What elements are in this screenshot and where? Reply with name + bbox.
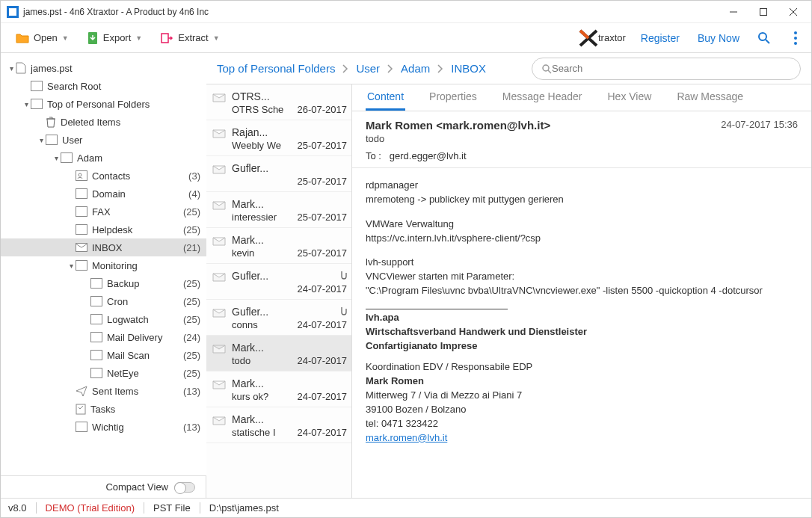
- open-folder-icon: [16, 32, 29, 44]
- message-preview: interessier: [232, 212, 277, 223]
- expand-icon[interactable]: ▾: [37, 136, 46, 144]
- message-item[interactable]: Mark...statische I24-07-2017: [206, 407, 351, 443]
- svg-line-31: [548, 70, 551, 73]
- message-item[interactable]: Rajan...Weebly We25-07-2017: [206, 120, 351, 156]
- compact-view-row: Compact View: [1, 475, 206, 498]
- tree-node[interactable]: Deleted Items: [1, 113, 206, 131]
- tree-label: Helpdesk: [92, 224, 177, 235]
- tree-node[interactable]: Tasks: [1, 400, 206, 418]
- tree-node[interactable]: Sent Items (13): [1, 382, 206, 400]
- svg-rect-26: [91, 351, 102, 360]
- extract-button[interactable]: Extract▼: [154, 29, 225, 47]
- extract-label: Extract: [178, 32, 208, 43]
- message-date: 24-07-2017: [298, 355, 348, 366]
- tree-label: Top of Personal Folders: [47, 99, 200, 110]
- message-preview: statische I: [232, 427, 276, 438]
- tree-label: Search Root: [47, 81, 200, 92]
- tab-message-header[interactable]: Message Header: [501, 86, 584, 111]
- message-subject: Mark...: [232, 234, 264, 246]
- message-item[interactable]: Mark...kurs ok?24-07-2017: [206, 371, 351, 407]
- message-item[interactable]: Gufler...24-07-2017: [206, 264, 351, 300]
- tree-count: (13): [180, 422, 200, 433]
- chevron-down-icon: ▼: [135, 34, 142, 42]
- register-link[interactable]: Register: [641, 32, 680, 44]
- message-item[interactable]: Mark...todo24-07-2017: [206, 336, 351, 371]
- open-button[interactable]: Open▼: [10, 29, 75, 47]
- message-preview: kevin: [232, 247, 254, 259]
- search-box[interactable]: [532, 58, 801, 80]
- close-button[interactable]: [778, 1, 808, 22]
- attachment-icon: [336, 270, 347, 282]
- tree-node[interactable]: Cron (25): [1, 292, 206, 310]
- expand-icon[interactable]: ▾: [52, 154, 61, 162]
- message-item[interactable]: Mark...interessier25-07-2017: [206, 192, 351, 228]
- tree-node[interactable]: Domain (4): [1, 185, 206, 203]
- overflow-menu-icon[interactable]: [789, 31, 802, 45]
- message-subject: Mark...: [232, 342, 264, 354]
- tab-raw-message[interactable]: Raw Message: [675, 86, 745, 111]
- message-date: 25-07-2017: [298, 176, 348, 187]
- expand-icon[interactable]: ▾: [22, 100, 31, 108]
- message-subject: Mark...: [232, 198, 264, 210]
- message-item[interactable]: Mark...kevin25-07-2017: [206, 228, 351, 264]
- tree-node[interactable]: ▾Adam: [1, 149, 206, 167]
- tree-label: Mail Delivery: [107, 332, 177, 343]
- message-item[interactable]: OTRS...OTRS Sche26-07-2017: [206, 84, 351, 120]
- search-icon[interactable]: [757, 31, 771, 45]
- breadcrumb-item[interactable]: Top of Personal Folders: [217, 62, 335, 75]
- message-subject: Gufler...: [232, 306, 268, 318]
- tree-node[interactable]: Helpdesk (25): [1, 221, 206, 238]
- tree-count: (3): [186, 170, 201, 182]
- tree-node[interactable]: Mail Delivery (24): [1, 328, 206, 346]
- svg-rect-11: [31, 81, 43, 91]
- tree-node[interactable]: ▾james.pst: [1, 59, 206, 77]
- svg-point-9: [794, 37, 797, 40]
- tree-node[interactable]: Search Root: [1, 77, 206, 95]
- message-item[interactable]: Gufler...conns24-07-2017: [206, 300, 351, 336]
- tab-content[interactable]: Content: [366, 86, 405, 111]
- breadcrumb-item[interactable]: Adam: [401, 62, 430, 75]
- tab-hex-view[interactable]: Hex View: [606, 86, 653, 111]
- export-button[interactable]: Export▼: [81, 28, 149, 48]
- folder-tree: ▾james.pstSearch Root▾Top of Personal Fo…: [1, 53, 206, 475]
- tab-properties[interactable]: Properties: [428, 86, 479, 111]
- tree-node[interactable]: ▾Top of Personal Folders: [1, 95, 206, 113]
- minimize-button[interactable]: [719, 1, 748, 22]
- chevron-down-icon: ▼: [213, 34, 220, 42]
- tree-node[interactable]: INBOX (21): [1, 238, 206, 256]
- svg-line-7: [766, 40, 769, 43]
- message-item[interactable]: Gufler...25-07-2017: [206, 156, 351, 192]
- tree-node[interactable]: ▾Monitoring: [1, 256, 206, 274]
- search-input[interactable]: [552, 63, 791, 74]
- buy-now-link[interactable]: Buy Now: [698, 32, 739, 44]
- expand-icon[interactable]: ▾: [67, 262, 76, 270]
- tree-node[interactable]: Contacts (3): [1, 167, 206, 185]
- message-subject: Gufler...: [232, 270, 268, 282]
- tree-count: (25): [180, 368, 200, 379]
- tree-label: Backup: [107, 278, 177, 289]
- envelope-icon: [212, 164, 226, 174]
- compact-view-toggle[interactable]: [174, 482, 195, 493]
- svg-rect-25: [91, 333, 102, 342]
- tree-count: (25): [180, 314, 200, 325]
- breadcrumb-bar: Top of Personal FoldersUserAdamINBOX: [206, 53, 811, 84]
- tree-node[interactable]: Mail Scan (25): [1, 346, 206, 364]
- svg-rect-28: [76, 404, 85, 414]
- message-date: 24-07-2017: [298, 283, 348, 295]
- breadcrumb-item[interactable]: User: [356, 62, 380, 75]
- tree-node[interactable]: ▾User: [1, 131, 206, 149]
- signature-email-link[interactable]: mark.romen@lvh.it: [366, 432, 447, 443]
- contacts-icon: [76, 170, 87, 181]
- tree-node[interactable]: FAX (25): [1, 203, 206, 221]
- file-icon: [16, 62, 26, 74]
- maximize-button[interactable]: [748, 1, 778, 22]
- breadcrumb-item[interactable]: INBOX: [451, 62, 486, 75]
- tree-node[interactable]: Logwatch (25): [1, 310, 206, 328]
- tree-count: (25): [180, 350, 200, 361]
- status-edition: DEMO (Trial Edition): [36, 502, 144, 514]
- tree-node[interactable]: NetEye (25): [1, 364, 206, 382]
- tree-node[interactable]: Backup (25): [1, 274, 206, 292]
- envelope-icon: [212, 200, 226, 210]
- expand-icon[interactable]: ▾: [7, 64, 16, 73]
- tree-node[interactable]: Wichtig (13): [1, 418, 206, 436]
